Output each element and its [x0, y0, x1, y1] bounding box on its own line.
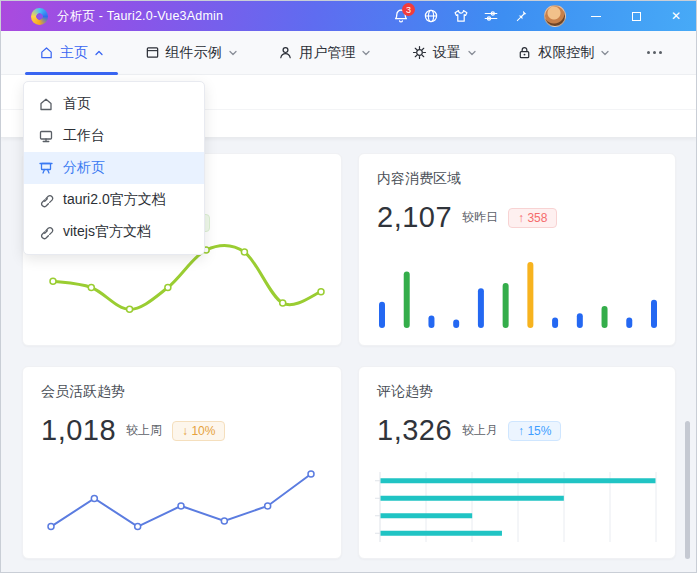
comment-trend-chart — [375, 472, 657, 546]
menu-item-label: vitejs官方文档 — [63, 223, 151, 241]
chevron-down-icon — [361, 48, 371, 58]
nav-item-label: 设置 — [433, 44, 461, 62]
card-title: 内容消费区域 — [377, 170, 657, 188]
visit-trend-chart — [47, 244, 327, 336]
close-icon: ✕ — [671, 9, 681, 23]
maximize-button[interactable] — [616, 1, 656, 31]
home-icon — [38, 96, 54, 112]
ellipsis-icon — [647, 51, 650, 54]
chevron-down-icon — [467, 48, 477, 58]
language-button[interactable] — [416, 1, 446, 31]
nav-item-home[interactable]: 主页 — [25, 31, 118, 74]
menu-item-analysis[interactable]: 分析页 — [24, 152, 204, 184]
globe-icon — [423, 8, 439, 24]
menu-item-label: 工作台 — [63, 127, 105, 145]
pin-window-button[interactable] — [506, 1, 536, 31]
tune-sliders-icon — [483, 8, 499, 24]
chevron-down-icon — [228, 48, 238, 58]
pin-icon — [513, 8, 529, 24]
lock-icon — [517, 45, 532, 60]
content-consumption-chart — [376, 260, 660, 332]
card-title: 评论趋势 — [377, 383, 657, 401]
menu-item-tauri-docs[interactable]: tauri2.0官方文档 — [24, 184, 204, 216]
nav-item-settings[interactable]: 设置 — [398, 31, 491, 74]
stat-compare-label: 较上月 — [462, 422, 498, 439]
nav-item-label: 主页 — [60, 44, 88, 62]
stat-change-badge: ↑ 15% — [508, 421, 561, 441]
nav-item-permissions[interactable]: 权限控制 — [503, 31, 624, 74]
card-member-activity: 会员活跃趋势 1,018 较上周 ↓ 10% — [22, 366, 342, 559]
minimize-icon — [591, 16, 601, 17]
minimize-button[interactable] — [576, 1, 616, 31]
home-icon — [39, 45, 54, 60]
close-button[interactable]: ✕ — [656, 1, 696, 31]
nav-item-components[interactable]: 组件示例 — [131, 31, 252, 74]
member-activity-chart — [45, 468, 317, 546]
active-nav-underline — [25, 72, 118, 75]
stat-compare-label: 较上周 — [126, 422, 162, 439]
titlebar: 分析页 - Tauri2.0-Vue3Admin 3 — [1, 1, 696, 31]
user-avatar[interactable] — [544, 5, 566, 27]
link-icon — [38, 224, 54, 240]
menu-item-vitejs-docs[interactable]: vitejs官方文档 — [24, 216, 204, 248]
home-dropdown-menu: 首页 工作台 分析页 tau — [23, 81, 205, 255]
data-board-icon — [38, 160, 54, 176]
stat-change-badge: ↓ 10% — [172, 421, 225, 441]
tshirt-icon — [453, 8, 469, 24]
maximize-icon — [632, 12, 641, 21]
user-icon — [278, 45, 293, 60]
stat-value: 2,107 — [377, 201, 452, 234]
card-comment-trend: 评论趋势 1,326 较上月 ↑ 15% — [358, 366, 676, 559]
menu-item-workbench[interactable]: 工作台 — [24, 120, 204, 152]
main-navbar: 主页 组件示例 用户管理 — [1, 31, 696, 75]
titlebar-actions: 3 — [386, 1, 696, 31]
notification-badge: 3 — [402, 3, 415, 16]
chevron-up-icon — [94, 48, 104, 58]
stat-value: 1,018 — [41, 414, 116, 447]
link-icon — [38, 192, 54, 208]
nav-item-label: 组件示例 — [166, 44, 222, 62]
menu-item-index[interactable]: 首页 — [24, 88, 204, 120]
scrollbar-thumb[interactable] — [685, 421, 690, 559]
menu-item-label: tauri2.0官方文档 — [63, 191, 166, 209]
menu-item-label: 首页 — [63, 95, 91, 113]
notifications-button[interactable]: 3 — [386, 1, 416, 31]
nav-more-button[interactable] — [637, 31, 672, 74]
nav-item-label: 用户管理 — [299, 44, 355, 62]
nav-item-users[interactable]: 用户管理 — [264, 31, 385, 74]
app-logo-icon — [31, 8, 48, 25]
monitor-icon — [38, 128, 54, 144]
app-window: 分析页 - Tauri2.0-Vue3Admin 3 — [0, 0, 697, 573]
nav-item-label: 权限控制 — [538, 44, 594, 62]
chevron-down-icon — [600, 48, 610, 58]
theme-button[interactable] — [446, 1, 476, 31]
settings-tune-button[interactable] — [476, 1, 506, 31]
stat-change-badge: ↑ 358 — [508, 208, 557, 228]
card-content-consumption: 内容消费区域 2,107 较昨日 ↑ 358 — [358, 153, 676, 346]
menu-item-label: 分析页 — [63, 159, 105, 177]
stat-compare-label: 较昨日 — [462, 209, 498, 226]
window-box-icon — [145, 45, 160, 60]
gear-icon — [412, 45, 427, 60]
stat-value: 1,326 — [377, 414, 452, 447]
window-title: 分析页 - Tauri2.0-Vue3Admin — [57, 8, 386, 25]
card-title: 会员活跃趋势 — [41, 383, 323, 401]
